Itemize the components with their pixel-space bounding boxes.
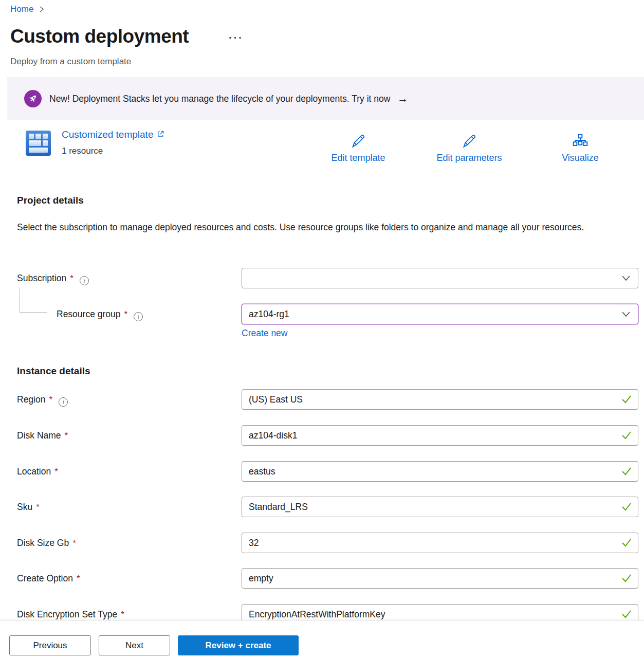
required-marker: * [121,610,124,619]
edit-parameters-label: Edit parameters [436,153,502,163]
custom-deployment-page: Home Custom deployment ··· Deploy from a… [0,0,644,658]
sku-row: Sku* [0,497,644,517]
pencil-icon [350,133,366,151]
project-details-heading: Project details [17,195,84,206]
previous-button[interactable]: Previous [9,635,91,655]
customized-template-link[interactable]: Customized template [62,129,164,140]
disk-name-label: Disk Name* [17,425,68,446]
required-marker: * [70,273,73,283]
disk-size-label: Disk Size Gb* [17,533,76,553]
required-marker: * [49,395,52,405]
sku-input[interactable] [242,497,638,517]
info-icon[interactable]: i [59,397,68,407]
location-label: Location* [17,461,58,482]
page-title: Custom deployment [10,26,189,47]
deployment-stacks-banner[interactable]: New! Deployment Stacks let you manage th… [7,77,644,120]
org-chart-icon [572,133,588,151]
sku-label: Sku* [17,497,40,517]
create-option-label: Create Option* [17,568,80,589]
region-row: Region*i [0,389,644,410]
required-marker: * [65,431,68,441]
more-options-button[interactable]: ··· [229,32,244,44]
subscription-dropdown[interactable] [242,268,638,288]
location-row: Location* [0,461,644,482]
required-marker: * [77,574,80,583]
template-actions: Edit template Edit parameters [303,133,636,163]
edit-template-label: Edit template [331,153,385,163]
required-marker: * [36,502,40,512]
resource-count: 1 resource [62,146,103,156]
disk-size-input[interactable] [242,533,638,553]
breadcrumb-chevron-icon [39,6,45,13]
instance-details-heading: Instance details [17,365,90,377]
region-label: Region*i [17,389,68,410]
subscription-row: Subscription*i [0,268,644,288]
visualize-label: Visualize [562,153,599,163]
customized-template-label: Customized template [62,129,153,140]
page-subtitle: Deploy from a custom template [10,57,131,67]
banner-text: New! Deployment Stacks let you manage th… [49,94,390,104]
create-option-input[interactable] [242,568,638,589]
external-link-icon [157,129,164,140]
create-option-row: Create Option* [0,568,644,589]
info-icon[interactable]: i [134,312,143,321]
subscription-label: Subscription*i [17,268,89,288]
template-icon [26,131,51,156]
next-button[interactable]: Next [99,635,170,655]
edit-template-button[interactable]: Edit template [303,133,414,163]
footer-action-bar: Previous Next Review + create [0,620,644,658]
disk-name-input[interactable] [242,425,638,446]
required-marker: * [54,467,58,477]
required-marker: * [72,538,76,548]
create-new-link[interactable]: Create new [242,328,288,339]
resource-group-dropdown[interactable] [242,304,638,324]
project-details-description: Select the subscription to manage deploy… [17,220,608,235]
breadcrumb-home-link[interactable]: Home [10,4,33,14]
disk-name-row: Disk Name* [0,425,644,446]
disk-size-row: Disk Size Gb* [0,533,644,553]
rocket-icon [24,90,42,107]
arrow-right-icon: → [397,93,408,105]
pencil-icon [461,133,477,151]
edit-parameters-button[interactable]: Edit parameters [414,133,525,163]
resource-group-row: Resource group*i [0,304,644,324]
info-icon[interactable]: i [80,276,89,285]
review-create-button[interactable]: Review + create [178,635,299,655]
visualize-button[interactable]: Visualize [525,133,636,163]
location-input[interactable] [242,461,638,482]
breadcrumb: Home [10,4,45,14]
required-marker: * [124,309,128,319]
region-input[interactable] [242,389,638,410]
resource-group-label: Resource group*i [57,304,143,324]
